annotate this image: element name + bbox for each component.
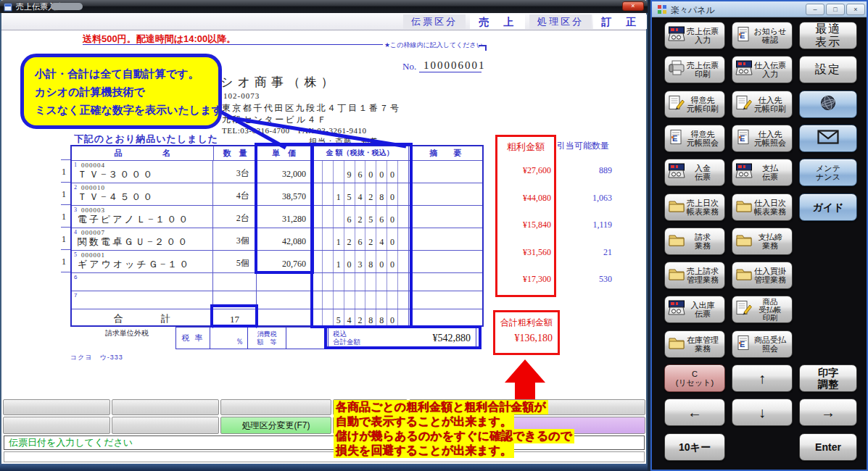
panel-button-mail[interactable] <box>799 125 857 152</box>
remarks-cell[interactable] <box>409 291 482 309</box>
panel-button-arrow-left[interactable]: ← <box>664 399 725 426</box>
slip-type-value[interactable]: 売 上 <box>470 14 525 29</box>
fill-in-note: ★この枠線内に記入してください <box>384 41 483 50</box>
unit-price-cell[interactable] <box>257 291 311 309</box>
panel-button-purchase-daily-reports[interactable]: 仕入日次 帳表業務 <box>732 193 793 221</box>
item-cell[interactable]: 7 <box>72 291 213 309</box>
qty-cell[interactable]: 5個 <box>213 251 256 272</box>
amount-digit-cell <box>397 206 408 228</box>
item-cell[interactable]: 4 000007 関数電卓ＧＵ−２００ <box>72 228 213 250</box>
amount-digit-grid <box>311 273 408 291</box>
remarks-cell[interactable] <box>409 273 482 291</box>
remarks-cell[interactable] <box>409 183 482 205</box>
panel-button-arrow-down[interactable]: ↓ <box>732 399 793 426</box>
panel-button-customer-ledger-print[interactable]: 得意先 元帳印刷 <box>664 91 725 118</box>
address-line2: 九段センタービル４Ｆ <box>222 114 328 126</box>
fkey-blank[interactable] <box>3 399 110 415</box>
main-titlebar[interactable]: 売上伝票入力 × <box>0 0 648 13</box>
unit-price-cell[interactable]: 31,280 <box>257 206 311 228</box>
panel-button-guide[interactable]: ガイド <box>799 193 857 221</box>
fkey-blank[interactable] <box>112 399 219 415</box>
remarks-cell[interactable] <box>409 206 482 228</box>
panel-button-web[interactable] <box>799 91 857 118</box>
qty-cell[interactable] <box>213 273 256 291</box>
qty-cell[interactable]: 2台 <box>213 206 256 228</box>
amount-digit-grid: 103800 <box>311 251 408 272</box>
panel-button-maintenance[interactable]: メンテ ナンス <box>799 159 857 186</box>
panel-button-deposit-slip[interactable]: 入金 伝票 <box>664 159 725 186</box>
panel-button-payment-closing-work[interactable]: 支払締 業務 <box>732 228 793 255</box>
panel-button-arrow-up[interactable]: ↑ <box>732 364 793 392</box>
remarks-cell[interactable] <box>409 251 482 272</box>
alloc-value: 21 <box>557 247 612 258</box>
customer-name[interactable]: シオ商事（株） <box>220 74 338 91</box>
panel-button-label: 最適 表示 <box>800 22 856 49</box>
panel-button-print-adjust[interactable]: 印字 調整 <box>799 364 857 392</box>
panel-button-stock-mgmt[interactable]: 在庫管理 業務 <box>664 330 725 358</box>
panel-button-sales-billing-mgmt[interactable]: 売上請求 管理業務 <box>664 262 725 289</box>
panel-button-settings[interactable]: 設定 <box>799 56 857 83</box>
amount-digit-cell <box>311 228 322 250</box>
panel-button-optimal-display[interactable]: 最適 表示 <box>799 22 857 49</box>
unit-price-cell[interactable]: 20,760 <box>257 251 311 272</box>
profit-value: ¥17,300 <box>500 274 551 285</box>
panel-button-billing-work[interactable]: 請求 業務 <box>664 228 725 255</box>
unit-price-cell[interactable]: 42,080 <box>257 228 311 250</box>
panel-button-goods-inquiry[interactable]: E商品受払 照会 <box>732 330 793 358</box>
invoice-empty-row[interactable]: 7 <box>72 291 482 309</box>
item-cell[interactable]: 5 000001 ギアウオッチＧ−１０ <box>72 251 213 272</box>
qty-cell[interactable]: 3個 <box>213 228 256 250</box>
close-icon[interactable]: × <box>846 4 865 15</box>
invoice-row[interactable]: 1 000004 ＴＶ−３０００ 3台 32,000 96000 <box>72 161 482 183</box>
invoice-row[interactable]: 2 000010 ＴＶ−４５００ 4台 38,570 154280 <box>72 183 482 206</box>
fkey-blank[interactable] <box>220 399 331 415</box>
maximize-icon[interactable]: □ <box>826 4 845 15</box>
panel-button-enter[interactable]: Enter <box>799 433 857 461</box>
unit-price-cell[interactable]: 38,570 <box>257 183 311 205</box>
qty-cell[interactable] <box>213 291 256 309</box>
remarks-cell[interactable] <box>409 228 482 250</box>
panel-button-warehouse-slip[interactable]: 入出庫 伝票 <box>664 296 725 323</box>
panel-button-arrow-right[interactable]: → <box>799 399 857 426</box>
globe-icon <box>817 94 839 114</box>
panel-button-notice-check[interactable]: Eお知らせ 確認 <box>732 22 793 49</box>
invoice-empty-row[interactable]: 6 <box>72 273 482 291</box>
amount-digit-cell <box>397 183 408 205</box>
fkey-blank[interactable] <box>112 417 219 434</box>
qty-cell[interactable]: 4台 <box>213 183 256 205</box>
panel-titlebar[interactable]: 楽々パネル – □ × <box>652 1 867 17</box>
panel-button-purchase-slip-input[interactable]: 仕入伝票 入力 <box>732 56 793 83</box>
item-cell[interactable]: 2 000010 ＴＶ−４５００ <box>72 183 213 205</box>
panel-button-sales-slip-input[interactable]: 売上伝票 入力 <box>664 22 725 49</box>
folder-icon <box>668 199 685 216</box>
panel-button-purchase-payable-mgmt[interactable]: 仕入買掛 管理業務 <box>732 262 793 289</box>
panel-button-payment-slip[interactable]: 支払 伝票 <box>732 159 793 186</box>
panel-button-goods-ledger-print[interactable]: 商品 受払帳 印刷 <box>732 296 793 323</box>
fkey-blank[interactable] <box>3 417 110 434</box>
close-icon[interactable]: × <box>622 1 644 11</box>
fkey-process-change-f7[interactable]: 処理区分変更(F7) <box>220 417 331 434</box>
panel-button-supplier-ledger-print[interactable]: 仕入先 元帳印刷 <box>732 91 793 118</box>
invoice-row[interactable]: 5 000001 ギアウオッチＧ−１０ 5個 20,760 103800 <box>72 251 482 273</box>
panel-button-c-reset[interactable]: C (リセット) <box>664 364 725 392</box>
panel-button-sales-daily-reports[interactable]: 売上日次 帳表業務 <box>664 193 725 221</box>
unit-price-cell[interactable]: 32,000 <box>257 161 311 183</box>
invoice-no-value[interactable]: 100006001 <box>423 59 486 72</box>
panel-button-customer-ledger-inquiry[interactable]: E得意先 元帳照会 <box>664 125 725 152</box>
amount-digit-cell <box>376 291 387 309</box>
profit-value: ¥27,600 <box>500 165 551 176</box>
minimize-icon[interactable]: – <box>806 4 824 15</box>
panel-button-supplier-ledger-inquiry[interactable]: E仕入先 元帳照会 <box>732 125 793 152</box>
panel-button-ten-key[interactable]: 10キー <box>664 433 725 461</box>
item-cell[interactable]: 1 000004 ＴＶ−３０００ <box>72 161 213 183</box>
process-type-value[interactable]: 訂 正 <box>593 14 647 29</box>
remarks-cell[interactable] <box>409 161 482 183</box>
item-cell[interactable]: 3 000003 電子ピアノＬ−１００ <box>72 206 213 228</box>
panel-button-sales-slip-print[interactable]: 売上伝票 印刷 <box>664 56 725 83</box>
item-cell[interactable]: 6 <box>72 273 213 291</box>
amount-digit-cell: 0 <box>376 161 387 183</box>
qty-cell[interactable]: 3台 <box>213 161 256 183</box>
invoice-row[interactable]: 4 000007 関数電卓ＧＵ−２００ 3個 42,080 126240 <box>72 228 482 251</box>
unit-price-cell[interactable] <box>257 273 311 291</box>
invoice-row[interactable]: 3 000003 電子ピアノＬ−１００ 2台 31,280 62560 <box>72 206 482 228</box>
